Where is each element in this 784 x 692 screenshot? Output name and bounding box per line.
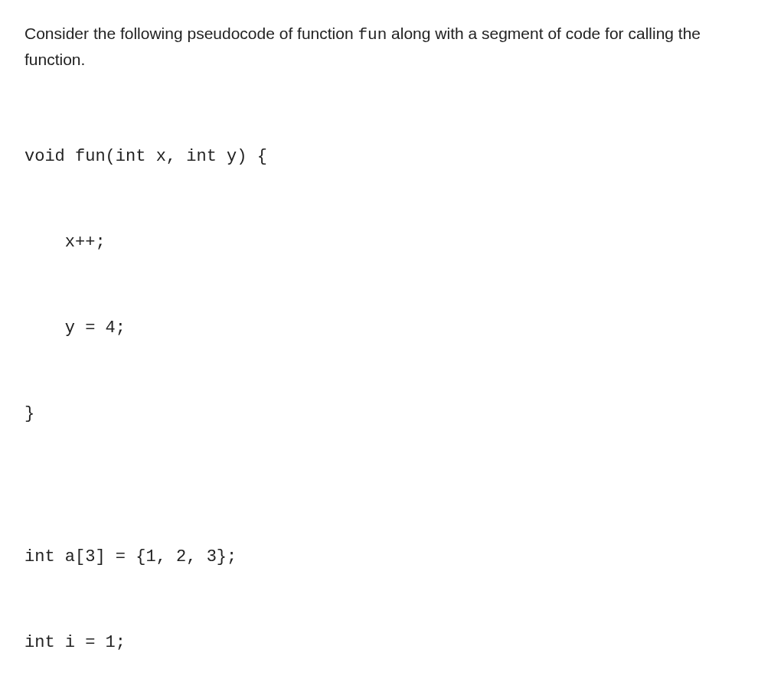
code-line: int a[3] = {1, 2, 3}; [24,543,760,571]
code-line: void fun(int x, int y) { [24,142,760,171]
intro-code: fun [358,26,387,44]
code-line: y = 4; [24,314,760,342]
code-line: } [24,400,760,428]
code-line: x++; [24,228,760,256]
code-block: void fun(int x, int y) { x++; y = 4; } i… [24,85,760,692]
code-line: int i = 1; [24,628,760,657]
intro-text-pre: Consider the following pseudocode of fun… [24,24,358,42]
intro-paragraph: Consider the following pseudocode of fun… [24,21,760,71]
